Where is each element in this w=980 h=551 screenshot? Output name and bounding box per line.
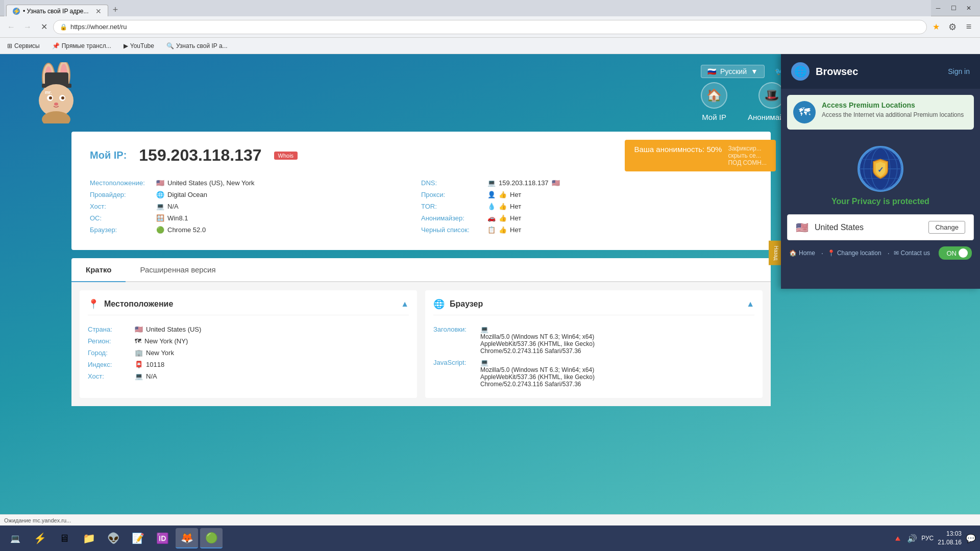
notifications-icon[interactable]: 💬: [966, 534, 976, 543]
dns-flag-icon: 🇺🇸: [552, 179, 560, 187]
city-value: 🏢 New York: [135, 349, 174, 357]
os-label: ОС:: [90, 214, 151, 222]
headers-row: Заголовки: 💻 Mozilla/5.0 (Windows NT 6.3…: [433, 323, 754, 357]
browser-value: 🟢 Chrome 52.0: [156, 226, 206, 234]
toggle-on-state[interactable]: ON: [939, 246, 972, 260]
anonymity-info: Зафиксир...скрыть се...ПОД СОМН...: [728, 145, 767, 166]
taskbar-alien-button[interactable]: 👽: [102, 528, 125, 548]
address-bar[interactable]: 🔒 https://whoer.net/ru: [53, 20, 927, 34]
proxy-icon: 👤: [487, 191, 496, 198]
header-icon-2: 💻: [480, 359, 488, 366]
premium-map-icon: 🗺: [793, 101, 816, 123]
nav-my-ip[interactable]: 🏠 Мой IP: [701, 82, 727, 121]
proxy-value: 👤 👍 Нет: [487, 191, 521, 198]
browsec-panel: 🌐 Browsec Sign in 🗺 Access Premium Locat…: [781, 54, 980, 289]
dropdown-icon: ▼: [751, 67, 758, 76]
reload-button[interactable]: ✕: [37, 20, 51, 34]
globe-image: ✓: [857, 146, 903, 192]
sign-in-link[interactable]: Sign in: [948, 67, 970, 76]
contact-footer-link[interactable]: ✉ Contact us: [894, 249, 932, 257]
browser-collapse-button[interactable]: ▲: [746, 299, 754, 309]
taskbar-folder-button[interactable]: 📁: [78, 528, 100, 548]
content-tabs: Кратко Расширенная версия: [71, 258, 771, 282]
bookmark-whoer[interactable]: 🔍 Узнать свой IP а...: [163, 41, 231, 51]
us-flag-icon: 🇺🇸: [156, 179, 164, 187]
nav-bar: ← → ✕ 🔒 https://whoer.net/ru ★ ⚙ ≡: [0, 16, 980, 38]
pin-icon: 📍: [827, 249, 835, 257]
provider-value: 🌐 Digital Ocean: [156, 191, 207, 198]
bookmark-whoer-label: Узнать свой IP а...: [176, 42, 228, 49]
headers-value: 💻 Mozilla/5.0 (Windows NT 6.3; Win64; x6…: [480, 325, 595, 355]
maximize-button[interactable]: ☐: [946, 3, 961, 14]
ip-info-container: Ваша анонимность: 50% Зафиксир...скрыть …: [71, 132, 771, 250]
bookmark-services[interactable]: ⊞ Сервисы: [4, 41, 43, 51]
taskbar-pen-button[interactable]: 📝: [127, 528, 149, 548]
tab-extended[interactable]: Расширенная версия: [126, 258, 230, 282]
browsec-globe-center: ✓: [781, 136, 980, 197]
sidebar-promo-tab[interactable]: Назад: [769, 240, 781, 265]
premium-text: Access Premium Locations Access the Inte…: [822, 101, 964, 118]
vpn-toggle[interactable]: ON: [939, 246, 972, 260]
taskbar-start-button[interactable]: 💻: [4, 528, 27, 548]
whoer-logo: mr. WHOER: [20, 62, 92, 123]
browser-card-header: 🌐 Браузер ▲: [433, 298, 754, 315]
title-bar: ⚡ • Узнать свой IP адре... ✕ + ─ ☐ ✕: [0, 0, 980, 16]
taskbar-chrome-button[interactable]: 🟢: [200, 528, 223, 548]
location-row: 🇺🇸 United States Change: [787, 214, 974, 240]
browsec-footer: 🏠 Home · 📍 Change location · ✉ Contact u…: [781, 240, 980, 266]
taskbar-firefox-button[interactable]: 🦊: [176, 528, 198, 548]
location-name: United States: [815, 223, 922, 232]
home-icon: 🏠: [789, 249, 797, 257]
premium-desc: Access the Internet via additional Premi…: [822, 111, 964, 118]
region-row: Регион: 🗺 New York (NY): [88, 335, 409, 347]
extensions-button[interactable]: ⚙: [945, 20, 960, 34]
home-footer-link[interactable]: 🏠 Home: [789, 249, 817, 257]
bookmarks-bar: ⊞ Сервисы 📌 Прямые трансл... ▶ YouTube 🔍…: [0, 38, 980, 54]
whois-badge[interactable]: Whois: [274, 152, 298, 160]
tab-close-button[interactable]: ✕: [95, 7, 102, 15]
anonymizer-value: 🚗 👍 Нет: [487, 214, 521, 222]
close-window-button[interactable]: ✕: [962, 3, 976, 14]
toggle-circle: [959, 248, 968, 258]
protected-text: Your Privacy is protected: [781, 197, 980, 206]
bookmark-services-label: Сервисы: [14, 42, 40, 49]
bookmark-streams[interactable]: 📌 Прямые трансл...: [49, 41, 114, 51]
info-cards: 📍 Местоположение ▲ Страна: 🇺🇸 United Sta…: [71, 282, 771, 406]
taskbar-monitor-button[interactable]: 🖥: [53, 528, 76, 548]
url-text: https://whoer.net/ru: [70, 23, 127, 31]
back-button[interactable]: ←: [4, 20, 18, 34]
bookmark-star[interactable]: ★: [929, 20, 943, 34]
network-icon[interactable]: 🔺: [893, 534, 903, 543]
volume-icon[interactable]: 🔊: [907, 534, 917, 543]
taskbar-id-button[interactable]: 🆔: [151, 528, 174, 548]
location-collapse-button[interactable]: ▲: [401, 299, 409, 309]
flag-ru-icon: 🇷🇺: [707, 67, 716, 76]
change-location-button[interactable]: Change: [928, 221, 965, 234]
tab-brief[interactable]: Кратко: [71, 258, 126, 282]
change-location-footer-link[interactable]: 📍 Change location: [827, 249, 884, 257]
bookmark-streams-label: Прямые трансл...: [62, 42, 111, 49]
forward-button[interactable]: →: [20, 20, 35, 34]
browser-card-title: Браузер: [450, 299, 741, 309]
browser-window: ⚡ • Узнать свой IP адре... ✕ + ─ ☐ ✕ ← →…: [0, 0, 980, 551]
status-text: Ожидание mc.yandex.ru...: [4, 517, 71, 523]
browser-tab-active[interactable]: ⚡ • Узнать свой IP адре... ✕: [6, 5, 108, 17]
host-row: Хост: 💻 N/A: [90, 201, 421, 212]
language-selector[interactable]: 🇷🇺 Русский ▼: [701, 65, 765, 78]
svg-point-11: [54, 103, 58, 106]
premium-title: Access Premium Locations: [822, 101, 964, 109]
region-label: Регион:: [88, 337, 129, 345]
tor-check-icon: 👍: [499, 203, 507, 210]
youtube-icon: ▶: [124, 42, 128, 49]
right-details: DNS: 💻 159.203.118.137 🇺🇸 Прокси: 👤: [421, 177, 752, 236]
home-icon: 🏠: [701, 82, 727, 109]
country-value: 🇺🇸 United States (US): [135, 325, 201, 333]
minimize-button[interactable]: ─: [931, 3, 945, 14]
svg-text:WHOER: WHOER: [42, 122, 69, 123]
new-tab-button[interactable]: +: [108, 3, 122, 17]
browsec-premium-banner[interactable]: 🗺 Access Premium Locations Access the In…: [787, 95, 974, 130]
card-host-row: Хост: 💻 N/A: [88, 370, 409, 382]
taskbar-gpu-button[interactable]: ⚡: [29, 528, 51, 548]
menu-button[interactable]: ≡: [962, 20, 976, 34]
bookmark-youtube[interactable]: ▶ YouTube: [120, 41, 157, 51]
